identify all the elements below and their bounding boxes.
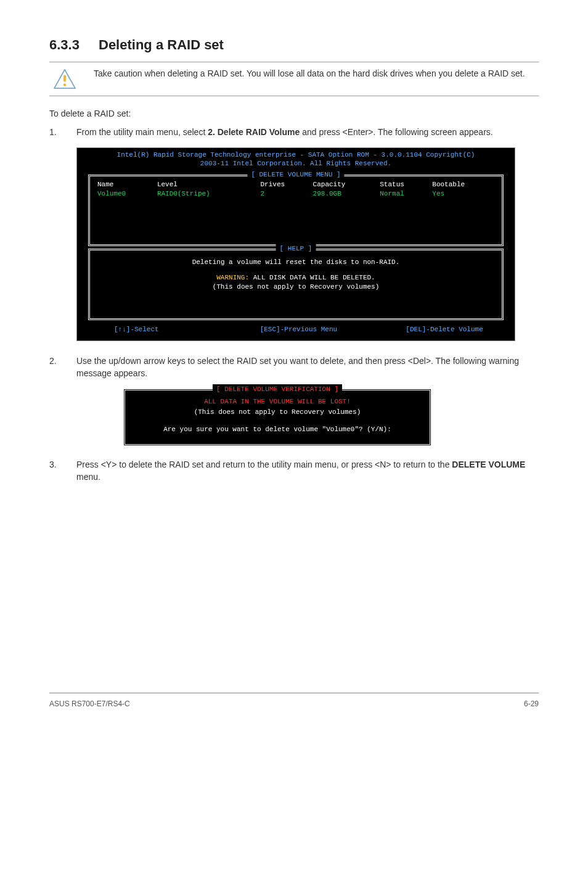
- bios-panel-label: [ HELP ]: [276, 244, 316, 254]
- col-bootable: Bootable: [430, 180, 497, 189]
- bios-panel-label: [ DELETE VOLUME MENU ]: [247, 170, 344, 179]
- caution-text: Take caution when deleting a RAID set. Y…: [80, 67, 539, 80]
- step-body: Use the up/down arrow keys to select the…: [76, 355, 539, 380]
- step-text: Press <Y> to delete the RAID set and ret…: [76, 460, 452, 469]
- svg-point-2: [63, 83, 66, 86]
- bios-confirm-screenshot: [ DELETE VOLUME VERIFICATION ] ALL DATA …: [123, 389, 431, 446]
- section-number: 6.3.3: [49, 37, 99, 53]
- help-warning: WARNING: ALL DISK DATA WILL BE DELETED.: [95, 273, 497, 283]
- step-1: 1. From the utility main menu, select 2.…: [49, 126, 539, 138]
- step-2: 2. Use the up/down arrow keys to select …: [49, 355, 539, 380]
- step-number: 2.: [49, 355, 76, 380]
- cell-status: Normal: [377, 189, 430, 199]
- bios-help-panel: [ HELP ] Deleting a volume will reset th…: [88, 249, 504, 320]
- step-body: From the utility main menu, select 2. De…: [76, 126, 539, 138]
- cell-level: RAID0(Stripe): [155, 189, 258, 199]
- help-line: Deleting a volume will reset the disks t…: [95, 258, 497, 267]
- footer-left: ASUS RS700-E7/RS4-C: [49, 699, 130, 708]
- caution-icon: [49, 67, 80, 89]
- confirm-warning-line: ALL DATA IN THE VOLUME WILL BE LOST!: [131, 397, 423, 408]
- bios-delete-volume-panel: [ DELETE VOLUME MENU ] Name Level Drives…: [88, 175, 504, 246]
- col-status: Status: [377, 180, 430, 189]
- section-title: Deleting a RAID set: [99, 37, 224, 52]
- section-heading: 6.3.3Deleting a RAID set: [49, 37, 539, 53]
- cell-capacity: 298.0GB: [311, 189, 378, 199]
- step-text: From the utility main menu, select: [76, 127, 208, 137]
- col-drives: Drives: [258, 180, 311, 189]
- intro-text: To delete a RAID set:: [49, 107, 539, 120]
- step-number: 3.: [49, 458, 76, 484]
- help-warning-prefix: WARNING:: [216, 274, 249, 281]
- page-footer: ASUS RS700-E7/RS4-C 6-29: [49, 693, 539, 708]
- table-header-row: Name Level Drives Capacity Status Bootab…: [95, 180, 497, 189]
- confirm-prompt-line: Are you sure you want to delete volume "…: [131, 424, 423, 435]
- cell-drives: 2: [258, 189, 311, 199]
- caution-block: Take caution when deleting a RAID set. Y…: [49, 62, 539, 96]
- bios-screenshot: Intel(R) Rapid Storage Technology enterp…: [76, 147, 515, 342]
- step-bold: DELETE VOLUME: [452, 460, 525, 469]
- step-text: menu.: [76, 472, 100, 482]
- hint-previous: [ESC]-Previous Menu: [223, 325, 369, 334]
- hint-delete: [DEL]-Delete Volume: [369, 325, 515, 334]
- cell-name: Volume0: [95, 189, 155, 199]
- help-line: (This does not apply to Recovery volumes…: [95, 283, 497, 292]
- bios-footer-hints: [↑↓]-Select [ESC]-Previous Menu [DEL]-De…: [77, 323, 515, 337]
- col-capacity: Capacity: [311, 180, 378, 189]
- step-number: 1.: [49, 126, 76, 138]
- cell-bootable: Yes: [430, 189, 497, 199]
- confirm-note-line: (This does not apply to Recovery volumes…: [131, 407, 423, 418]
- step-text: and press <Enter>. The following screen …: [300, 127, 492, 137]
- col-name: Name: [95, 180, 155, 189]
- step-3: 3. Press <Y> to delete the RAID set and …: [49, 458, 539, 484]
- table-row[interactable]: Volume0 RAID0(Stripe) 2 298.0GB Normal Y…: [95, 189, 497, 199]
- step-bold: 2. Delete RAID Volume: [208, 127, 300, 137]
- bios-volume-table: Name Level Drives Capacity Status Bootab…: [95, 180, 497, 199]
- hint-select: [↑↓]-Select: [77, 325, 223, 334]
- bios-title-line1: Intel(R) Rapid Storage Technology enterp…: [77, 148, 515, 160]
- col-level: Level: [155, 180, 258, 189]
- step-body: Press <Y> to delete the RAID set and ret…: [76, 458, 539, 484]
- svg-rect-1: [63, 75, 66, 81]
- footer-right: 6-29: [524, 699, 539, 708]
- confirm-panel-label: [ DELETE VOLUME VERIFICATION ]: [213, 384, 342, 395]
- help-warning-text: ALL DISK DATA WILL BE DELETED.: [249, 274, 375, 281]
